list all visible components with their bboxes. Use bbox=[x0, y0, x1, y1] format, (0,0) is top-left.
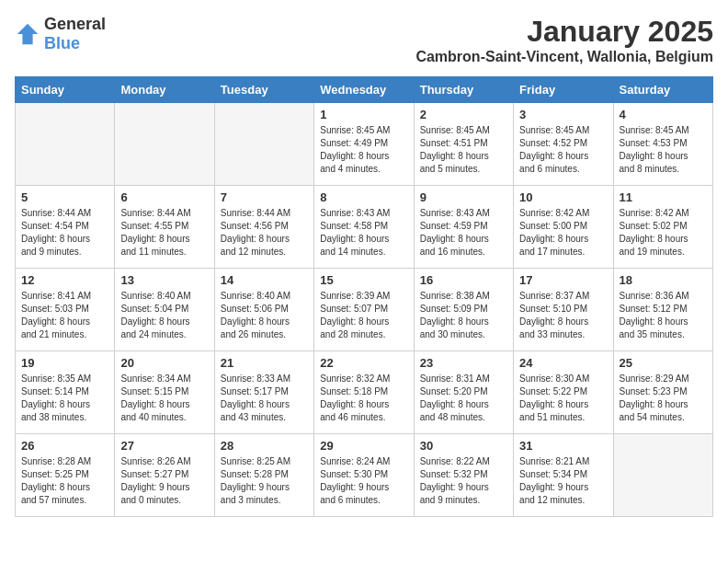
day-info: Sunrise: 8:37 AM Sunset: 5:10 PM Dayligh… bbox=[519, 290, 607, 341]
day-number: 19 bbox=[21, 356, 108, 370]
day-number: 3 bbox=[519, 108, 607, 121]
day-number: 9 bbox=[420, 190, 507, 204]
weekday-header: Monday bbox=[115, 77, 214, 103]
day-info: Sunrise: 8:22 AM Sunset: 5:32 PM Dayligh… bbox=[420, 455, 507, 507]
calendar-cell: 31Sunrise: 8:21 AM Sunset: 5:34 PM Dayli… bbox=[514, 434, 613, 517]
day-info: Sunrise: 8:45 AM Sunset: 4:51 PM Dayligh… bbox=[420, 124, 507, 176]
day-info: Sunrise: 8:31 AM Sunset: 5:20 PM Dayligh… bbox=[420, 373, 507, 424]
day-number: 18 bbox=[620, 273, 707, 287]
calendar-cell bbox=[613, 434, 712, 517]
calendar-week-row: 26Sunrise: 8:28 AM Sunset: 5:25 PM Dayli… bbox=[16, 434, 713, 517]
logo-text-general: General bbox=[44, 15, 106, 33]
calendar-cell: 25Sunrise: 8:29 AM Sunset: 5:23 PM Dayli… bbox=[613, 351, 712, 434]
calendar-week-row: 5Sunrise: 8:44 AM Sunset: 4:54 PM Daylig… bbox=[16, 186, 713, 269]
day-info: Sunrise: 8:29 AM Sunset: 5:23 PM Dayligh… bbox=[620, 373, 707, 424]
svg-marker-0 bbox=[17, 24, 38, 44]
day-number: 26 bbox=[21, 439, 108, 453]
day-number: 21 bbox=[221, 356, 308, 370]
page-header: General Blue January 2025 Cambron-Saint-… bbox=[15, 15, 713, 65]
day-info: Sunrise: 8:38 AM Sunset: 5:09 PM Dayligh… bbox=[420, 290, 507, 341]
calendar-week-row: 12Sunrise: 8:41 AM Sunset: 5:03 PM Dayli… bbox=[16, 269, 713, 351]
day-number: 25 bbox=[620, 356, 707, 370]
weekday-header: Tuesday bbox=[214, 77, 313, 103]
day-number: 23 bbox=[420, 356, 507, 370]
calendar-cell: 27Sunrise: 8:26 AM Sunset: 5:27 PM Dayli… bbox=[115, 434, 214, 517]
calendar-week-row: 1Sunrise: 8:45 AM Sunset: 4:49 PM Daylig… bbox=[16, 103, 713, 186]
weekday-header: Saturday bbox=[613, 77, 712, 103]
calendar-cell: 10Sunrise: 8:42 AM Sunset: 5:00 PM Dayli… bbox=[514, 186, 613, 269]
day-number: 24 bbox=[519, 356, 607, 370]
day-number: 28 bbox=[221, 439, 308, 453]
weekday-header: Sunday bbox=[16, 77, 115, 103]
calendar-cell: 22Sunrise: 8:32 AM Sunset: 5:18 PM Dayli… bbox=[314, 351, 414, 434]
day-info: Sunrise: 8:41 AM Sunset: 5:03 PM Dayligh… bbox=[21, 290, 108, 341]
calendar-cell: 1Sunrise: 8:45 AM Sunset: 4:49 PM Daylig… bbox=[314, 103, 414, 186]
day-info: Sunrise: 8:43 AM Sunset: 4:58 PM Dayligh… bbox=[320, 207, 407, 259]
day-number: 30 bbox=[420, 439, 507, 453]
calendar-cell: 9Sunrise: 8:43 AM Sunset: 4:59 PM Daylig… bbox=[414, 186, 513, 269]
day-number: 2 bbox=[420, 108, 507, 121]
day-info: Sunrise: 8:43 AM Sunset: 4:59 PM Dayligh… bbox=[420, 207, 507, 259]
calendar-cell: 4Sunrise: 8:45 AM Sunset: 4:53 PM Daylig… bbox=[613, 103, 712, 186]
day-info: Sunrise: 8:40 AM Sunset: 5:06 PM Dayligh… bbox=[221, 290, 308, 341]
calendar-cell: 19Sunrise: 8:35 AM Sunset: 5:14 PM Dayli… bbox=[16, 351, 115, 434]
day-info: Sunrise: 8:39 AM Sunset: 5:07 PM Dayligh… bbox=[320, 290, 407, 341]
calendar-cell: 2Sunrise: 8:45 AM Sunset: 4:51 PM Daylig… bbox=[414, 103, 513, 186]
day-info: Sunrise: 8:45 AM Sunset: 4:49 PM Dayligh… bbox=[320, 124, 407, 176]
calendar-cell bbox=[115, 103, 214, 186]
calendar-cell: 3Sunrise: 8:45 AM Sunset: 4:52 PM Daylig… bbox=[514, 103, 613, 186]
day-number: 13 bbox=[120, 273, 208, 287]
day-number: 10 bbox=[519, 190, 607, 204]
day-number: 5 bbox=[21, 190, 108, 204]
day-number: 6 bbox=[120, 190, 208, 204]
calendar-week-row: 19Sunrise: 8:35 AM Sunset: 5:14 PM Dayli… bbox=[16, 351, 713, 434]
calendar-cell bbox=[214, 103, 313, 186]
day-info: Sunrise: 8:44 AM Sunset: 4:55 PM Dayligh… bbox=[120, 207, 208, 259]
day-number: 20 bbox=[120, 356, 208, 370]
calendar-cell: 23Sunrise: 8:31 AM Sunset: 5:20 PM Dayli… bbox=[414, 351, 513, 434]
day-info: Sunrise: 8:26 AM Sunset: 5:27 PM Dayligh… bbox=[120, 455, 208, 507]
calendar-cell: 11Sunrise: 8:42 AM Sunset: 5:02 PM Dayli… bbox=[613, 186, 712, 269]
title-block: January 2025 Cambron-Saint-Vincent, Wall… bbox=[415, 15, 713, 65]
day-info: Sunrise: 8:35 AM Sunset: 5:14 PM Dayligh… bbox=[21, 373, 108, 424]
calendar-table: SundayMondayTuesdayWednesdayThursdayFrid… bbox=[15, 76, 713, 517]
day-info: Sunrise: 8:36 AM Sunset: 5:12 PM Dayligh… bbox=[620, 290, 707, 341]
day-number: 11 bbox=[620, 190, 707, 204]
calendar-cell: 14Sunrise: 8:40 AM Sunset: 5:06 PM Dayli… bbox=[214, 269, 313, 351]
calendar-cell: 21Sunrise: 8:33 AM Sunset: 5:17 PM Dayli… bbox=[214, 351, 313, 434]
day-info: Sunrise: 8:44 AM Sunset: 4:56 PM Dayligh… bbox=[221, 207, 308, 259]
day-info: Sunrise: 8:34 AM Sunset: 5:15 PM Dayligh… bbox=[120, 373, 208, 424]
calendar-cell: 26Sunrise: 8:28 AM Sunset: 5:25 PM Dayli… bbox=[16, 434, 115, 517]
day-number: 16 bbox=[420, 273, 507, 287]
day-info: Sunrise: 8:40 AM Sunset: 5:04 PM Dayligh… bbox=[120, 290, 208, 341]
calendar-cell: 8Sunrise: 8:43 AM Sunset: 4:58 PM Daylig… bbox=[314, 186, 414, 269]
calendar-cell: 16Sunrise: 8:38 AM Sunset: 5:09 PM Dayli… bbox=[414, 269, 513, 351]
day-info: Sunrise: 8:28 AM Sunset: 5:25 PM Dayligh… bbox=[21, 455, 108, 507]
day-info: Sunrise: 8:32 AM Sunset: 5:18 PM Dayligh… bbox=[320, 373, 407, 424]
day-info: Sunrise: 8:30 AM Sunset: 5:22 PM Dayligh… bbox=[519, 373, 607, 424]
calendar-cell: 18Sunrise: 8:36 AM Sunset: 5:12 PM Dayli… bbox=[613, 269, 712, 351]
logo-icon bbox=[15, 21, 40, 47]
calendar-cell: 29Sunrise: 8:24 AM Sunset: 5:30 PM Dayli… bbox=[314, 434, 414, 517]
day-number: 14 bbox=[221, 273, 308, 287]
month-year-title: January 2025 bbox=[415, 15, 713, 49]
logo: General Blue bbox=[15, 15, 106, 53]
day-number: 29 bbox=[320, 439, 407, 453]
logo-text-blue: Blue bbox=[44, 34, 80, 52]
calendar-cell: 13Sunrise: 8:40 AM Sunset: 5:04 PM Dayli… bbox=[115, 269, 214, 351]
day-number: 15 bbox=[320, 273, 407, 287]
day-number: 27 bbox=[120, 439, 208, 453]
day-info: Sunrise: 8:24 AM Sunset: 5:30 PM Dayligh… bbox=[320, 455, 407, 507]
calendar-cell: 24Sunrise: 8:30 AM Sunset: 5:22 PM Dayli… bbox=[514, 351, 613, 434]
day-info: Sunrise: 8:33 AM Sunset: 5:17 PM Dayligh… bbox=[221, 373, 308, 424]
calendar-cell: 28Sunrise: 8:25 AM Sunset: 5:28 PM Dayli… bbox=[214, 434, 313, 517]
day-info: Sunrise: 8:44 AM Sunset: 4:54 PM Dayligh… bbox=[21, 207, 108, 259]
weekday-header: Thursday bbox=[414, 77, 513, 103]
calendar-cell bbox=[16, 103, 115, 186]
day-info: Sunrise: 8:45 AM Sunset: 4:52 PM Dayligh… bbox=[519, 124, 607, 176]
day-info: Sunrise: 8:42 AM Sunset: 5:02 PM Dayligh… bbox=[620, 207, 707, 259]
day-number: 17 bbox=[519, 273, 607, 287]
day-info: Sunrise: 8:21 AM Sunset: 5:34 PM Dayligh… bbox=[519, 455, 607, 507]
calendar-header-row: SundayMondayTuesdayWednesdayThursdayFrid… bbox=[16, 77, 713, 103]
day-number: 31 bbox=[519, 439, 607, 453]
